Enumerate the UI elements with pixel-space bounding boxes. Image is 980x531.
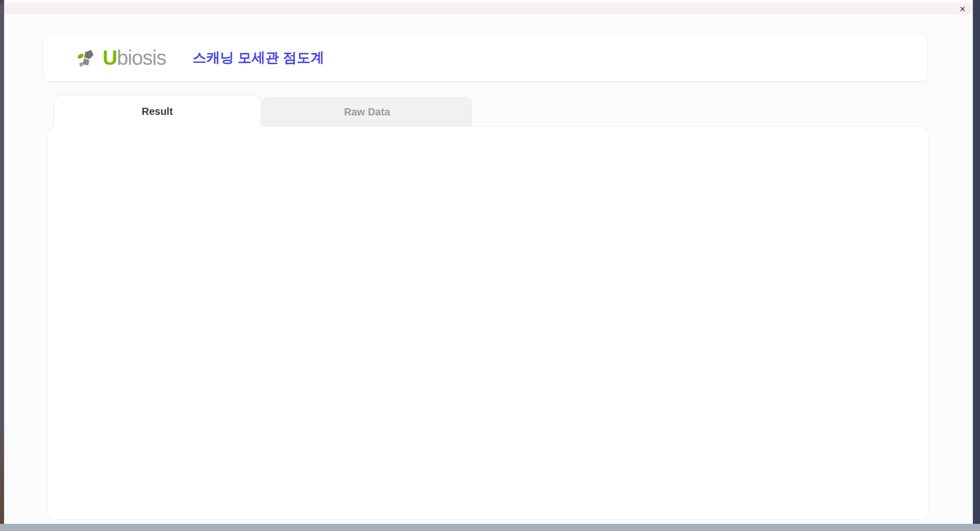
ubiosis-logo: Ubiosis (76, 46, 166, 69)
desktop-bottom-strip (0, 524, 980, 531)
desktop-edge-left (0, 4, 4, 524)
logo-text-u: U (103, 46, 117, 69)
desktop: ✕ Ubiosis 스캐닝 모세관 점도계 Result Raw Data (0, 0, 980, 531)
tab-result[interactable]: Result (54, 95, 261, 127)
ubiosis-logo-icon (76, 46, 103, 69)
window-titlebar: ✕ (4, 3, 973, 14)
result-tab-panel (47, 126, 929, 520)
app-title: 스캐닝 모세관 점도계 (192, 49, 324, 67)
close-icon[interactable]: ✕ (959, 5, 966, 13)
desktop-edge-right (973, 0, 980, 524)
app-window: ✕ Ubiosis 스캐닝 모세관 점도계 Result Raw Data (4, 0, 973, 524)
header-card: Ubiosis 스캐닝 모세관 점도계 (43, 34, 928, 82)
tab-raw-data[interactable]: Raw Data (262, 97, 472, 126)
logo-text-biosis: biosis (117, 46, 166, 69)
